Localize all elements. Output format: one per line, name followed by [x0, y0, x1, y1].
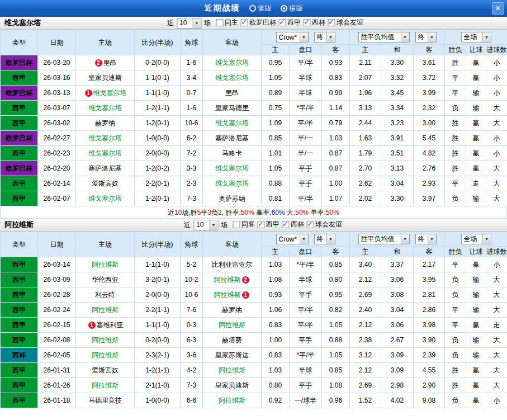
checkbox-checked-icon[interactable]: [240, 19, 248, 26]
final-avg-select[interactable]: 终▼: [415, 234, 437, 244]
col-header-corner: 角球: [181, 30, 203, 55]
filter-checkbox[interactable]: 西杯: [282, 220, 304, 229]
corners: 7-6: [181, 303, 203, 318]
final-avg-select[interactable]: 终▼: [415, 32, 437, 43]
team-name: 阿拉维斯: [4, 220, 34, 230]
filter-controls: 近 10▼ 场 同主欧罗巴杯西甲西杯球会友谊: [167, 18, 363, 29]
filter-checkbox-label: 同客: [241, 220, 255, 229]
chevron-down-icon: ▼: [192, 18, 201, 28]
checkbox-checked-icon[interactable]: [278, 19, 286, 26]
bookmaker-select[interactable]: Crow*▼: [276, 234, 309, 244]
handicap-line: 平手: [290, 287, 322, 303]
result-wdl: 胜: [445, 363, 466, 378]
score: 1-2(1-1): [135, 363, 181, 378]
checkbox-unchecked-icon[interactable]: [233, 221, 240, 228]
filter-checkbox[interactable]: 同主: [216, 18, 238, 27]
handicap-away-odds: 1.05: [322, 318, 350, 333]
final-handicap-select[interactable]: 终▼: [314, 32, 335, 43]
corners: 10-6: [181, 116, 203, 131]
match-date: 26-01-31: [38, 363, 76, 378]
filter-checkbox[interactable]: 西甲: [278, 18, 301, 27]
away-team-cell: 阿拉维斯: [203, 393, 262, 408]
radio-vertical-layout[interactable]: 竖版: [249, 4, 272, 13]
result-handicap: 赢: [466, 393, 486, 408]
match-row: 欧罗巴杯26-02-20塞萨洛尼基1-2(0-2)3-3维戈塞尔塔1.05平手0…: [1, 161, 507, 176]
avg-home-odds: 2.38: [350, 333, 381, 348]
competition-type: 西甲: [1, 116, 38, 131]
result-goals: 小: [486, 393, 507, 408]
scope-select[interactable]: 全场▼: [461, 32, 491, 43]
match-row: 西甲26-02-151塞维利亚1-1(1-0)0-3阿拉维斯0.83平/半1.0…: [1, 318, 507, 333]
filter-checkbox[interactable]: 西甲: [257, 220, 279, 229]
result-goals: 大: [486, 378, 507, 393]
red-card-badge: 1: [85, 89, 92, 97]
filter-checkbox[interactable]: 欧罗巴杯: [240, 18, 276, 27]
filter-checkbox-list: 同客西甲西杯球会友谊: [230, 220, 342, 230]
match-row: 西甲26-01-31爱斯宾奴1-2(1-1)4-2阿拉维斯1.03半球0.852…: [1, 363, 507, 378]
avg-draw-odds: 2.67: [381, 333, 414, 348]
match-date: 26-02-27: [38, 131, 76, 146]
score: 2-2(0-1): [135, 176, 181, 191]
score: 1-0(0-0): [135, 393, 181, 408]
checkbox-checked-icon[interactable]: [282, 221, 289, 228]
home-team-cell: 1维戈塞尔塔: [76, 86, 135, 101]
chevron-down-icon: ▼: [482, 234, 491, 244]
radio-horizontal-label: 横版: [290, 4, 303, 13]
scope-select[interactable]: 全场▼: [461, 234, 491, 244]
radio-vertical-label: 竖版: [258, 4, 272, 13]
result-wdl: 平: [445, 70, 466, 86]
team-name-text: 阿拉维斯: [219, 366, 245, 374]
chevron-down-icon: ▼: [401, 234, 409, 244]
result-wdl: 胜: [445, 146, 466, 161]
avg-odds-select[interactable]: 胜平负均值▼: [358, 32, 410, 43]
corners: 6-3: [181, 333, 203, 348]
result-handicap: 走: [466, 176, 486, 191]
checkbox-checked-icon[interactable]: [257, 221, 264, 228]
avg-away-odds: 2.17: [414, 257, 445, 272]
filter-checkbox-label: 球会友谊: [315, 220, 342, 229]
team-name-text: 华伦西亚: [92, 276, 119, 284]
radio-horizontal-layout[interactable]: 横版: [281, 4, 303, 13]
col-header-handicap-result: 让球: [466, 247, 486, 257]
result-goals: 小: [486, 146, 507, 161]
result-handicap: 输: [466, 303, 486, 318]
checkbox-checked-icon[interactable]: [306, 221, 314, 228]
match-date: 26-02-28: [38, 287, 76, 303]
team-name-text: 赫罗纳: [222, 306, 242, 314]
avg-home-odds: 3.13: [350, 101, 381, 116]
result-handicap: 赢: [466, 378, 486, 393]
avg-away-odds: 3.99: [414, 86, 445, 101]
avg-odds-select[interactable]: 胜平负均值▼: [358, 234, 410, 244]
filter-checkbox[interactable]: 球会友谊: [306, 220, 342, 229]
match-count-select[interactable]: 10▼: [193, 220, 218, 230]
result-handicap: 输: [466, 348, 486, 363]
team-name-text: 阿拉维斯: [92, 261, 119, 268]
final-handicap-select[interactable]: 终▼: [314, 234, 335, 244]
result-wdl: 胜: [445, 55, 466, 70]
filter-checkbox[interactable]: 同客: [233, 220, 255, 229]
checkbox-checked-icon[interactable]: [303, 19, 310, 26]
checkbox-unchecked-icon[interactable]: [216, 19, 223, 26]
section-header: 阿拉维斯 近 10▼ 场 同客西甲西杯球会友谊: [0, 219, 507, 232]
handicap-home-odds: 1.09: [262, 116, 290, 131]
recent-results-window: 近期战绩 竖版 横版 ✕ 维戈塞尔塔 近 10▼ 场 同主欧罗巴杯西甲西杯球会友…: [0, 0, 507, 408]
result-handicap: 赢: [466, 70, 486, 86]
handicap-line: 一/球半: [290, 393, 322, 408]
bookmaker-select[interactable]: Crow*▼: [276, 32, 309, 43]
match-count-select[interactable]: 10▼: [177, 18, 201, 29]
result-handicap: 输: [466, 191, 486, 206]
checkbox-checked-icon[interactable]: [328, 19, 335, 26]
close-button[interactable]: ✕: [492, 2, 504, 15]
chevron-down-icon: ▼: [482, 32, 491, 42]
match-row: 西甲26-02-28利云特2-0(0-0)10-6阿拉维斯10.93平手0.95…: [1, 287, 507, 303]
avg-draw-odds: 3.08: [381, 287, 414, 303]
team-name-text: 维戈塞尔塔: [88, 134, 122, 142]
away-team-cell: 阿拉维斯: [203, 318, 262, 333]
avg-home-odds: 2.40: [350, 303, 381, 318]
competition-type: 西甲: [1, 303, 38, 318]
filter-checkbox[interactable]: 西杯: [303, 18, 325, 27]
col-header-handicap: 盘口: [290, 45, 322, 55]
home-team-cell: 阿拉维斯: [76, 303, 135, 318]
filter-checkbox[interactable]: 球会友谊: [328, 18, 363, 27]
result-goals: 小: [486, 70, 507, 86]
